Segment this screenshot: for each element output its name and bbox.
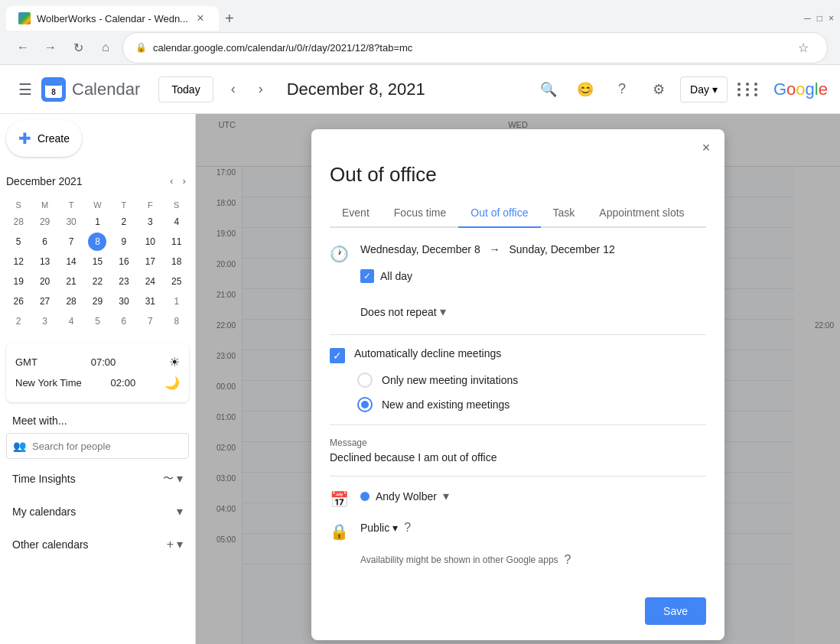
cal-day-24[interactable]: 24 [141,272,159,291]
next-button[interactable]: › [247,76,275,103]
cal-day-19[interactable]: 19 [9,272,28,291]
repeat-button[interactable]: Does not repeat ▾ [360,301,446,322]
cal-day-5b[interactable]: 5 [88,312,106,330]
bookmark-icon[interactable]: ☆ [792,37,815,58]
cal-day-3[interactable]: 3 [141,213,159,231]
minimize-button[interactable]: ─ [804,13,811,24]
search-button[interactable]: 🔍 [533,74,564,105]
tab-event[interactable]: Event [330,199,382,228]
decline-check-icon: ✓ [333,350,342,362]
day-header-f: F [138,199,162,211]
privacy-button[interactable]: Public ▾ [360,522,398,534]
cal-day-10[interactable]: 10 [141,233,159,251]
time-insights-expand[interactable]: ▾ [177,471,183,486]
cal-day-2[interactable]: 2 [115,213,133,231]
cal-day-27[interactable]: 27 [36,292,54,311]
all-day-label: All day [380,270,412,282]
view-selector[interactable]: Day ▾ [680,76,728,102]
divider-2 [330,424,706,425]
cal-day-28a[interactable]: 28 [9,213,28,231]
privacy-help-icon[interactable]: ? [404,521,411,535]
cal-day-1b[interactable]: 1 [168,292,186,311]
auto-decline-checkbox[interactable]: ✓ [330,348,345,363]
availability-help-icon[interactable]: ? [565,553,571,567]
today-button[interactable]: Today [158,76,213,102]
emoji-button[interactable]: 😊 [570,74,601,105]
date-end[interactable]: Sunday, December 12 [509,243,614,255]
cal-day-17[interactable]: 17 [141,252,159,271]
cal-day-29a[interactable]: 29 [36,213,54,231]
cal-day-9[interactable]: 9 [115,233,133,251]
search-people[interactable]: 👥 Search for people [6,433,189,459]
cal-day-20[interactable]: 20 [36,272,54,291]
all-day-checkbox[interactable]: ✓ [360,269,374,283]
forward-button[interactable]: → [40,37,61,58]
cal-day-31[interactable]: 31 [141,292,159,311]
radio-inner [361,401,369,408]
save-button[interactable]: Save [645,597,706,625]
new-tab-button[interactable]: + [219,7,240,31]
url-bar[interactable]: 🔒 calendar.google.com/calendar/u/0/r/day… [122,32,828,63]
tab-task[interactable]: Task [541,199,588,228]
cal-day-14[interactable]: 14 [62,252,80,271]
close-button[interactable]: × [829,13,834,24]
cal-day-7b[interactable]: 7 [141,312,159,330]
apps-button[interactable] [734,74,764,105]
radio-new-existing[interactable] [357,397,373,412]
date-start[interactable]: Wednesday, December 8 [360,243,480,255]
mini-cal-next[interactable]: › [180,172,189,190]
mini-cal-prev[interactable]: ‹ [167,172,176,190]
cal-day-28b[interactable]: 28 [62,292,80,311]
back-button[interactable]: ← [12,37,34,58]
cal-day-4b[interactable]: 4 [62,312,80,330]
cal-day-6b[interactable]: 6 [115,312,133,330]
other-calendars-header[interactable]: Other calendars + ▾ [6,531,189,558]
cal-day-12[interactable]: 12 [9,252,28,271]
cal-day-22[interactable]: 22 [88,272,106,291]
active-tab: WolberWorks - Calendar - Wedn... × [6,6,219,31]
cal-day-30a[interactable]: 30 [62,213,80,231]
tab-focus-time[interactable]: Focus time [382,199,458,228]
cal-day-7[interactable]: 7 [62,233,80,251]
cal-day-13[interactable]: 13 [36,252,54,271]
menu-icon[interactable]: ☰ [12,74,38,105]
tab-close-button[interactable]: × [194,12,207,24]
cal-day-11[interactable]: 11 [168,233,186,251]
cal-day-26[interactable]: 26 [9,292,28,311]
maximize-button[interactable]: □ [817,13,822,24]
time-insights-section: Time Insights 〜 ▾ [6,465,189,492]
help-button[interactable]: ? [607,74,637,105]
cal-day-29b[interactable]: 29 [88,292,106,311]
calendar-dropdown-arrow[interactable]: ▾ [443,489,449,503]
add-calendar-button[interactable]: + [167,538,174,551]
reload-button[interactable]: ↻ [67,37,89,58]
cal-day-4[interactable]: 4 [168,213,186,231]
message-text[interactable]: Declined because I am out of office [330,451,706,463]
cal-day-2b[interactable]: 2 [9,312,28,330]
cal-day-18[interactable]: 18 [168,252,186,271]
cal-day-25[interactable]: 25 [168,272,186,291]
my-calendars-expand[interactable]: ▾ [177,504,183,519]
cal-day-1[interactable]: 1 [88,213,106,231]
cal-day-6[interactable]: 6 [36,233,54,251]
cal-day-8b[interactable]: 8 [168,312,186,330]
cal-day-8[interactable]: 8 [88,233,106,251]
cal-day-16[interactable]: 16 [115,252,133,271]
cal-day-3b[interactable]: 3 [36,312,54,330]
cal-day-30b[interactable]: 30 [115,292,133,311]
radio-new-only[interactable] [357,372,373,388]
cal-day-5[interactable]: 5 [9,233,28,251]
other-calendars-expand[interactable]: ▾ [177,537,183,551]
create-button[interactable]: ✚ Create [6,120,82,157]
prev-button[interactable]: ‹ [220,76,247,103]
modal-close-button[interactable]: × [694,135,718,160]
cal-day-23[interactable]: 23 [115,272,133,291]
my-calendars-header[interactable]: My calendars ▾ [6,498,189,525]
settings-button[interactable]: ⚙ [643,74,674,105]
tab-out-of-office[interactable]: Out of office [458,199,540,228]
cal-day-15[interactable]: 15 [88,252,106,271]
home-button[interactable]: ⌂ [95,37,116,58]
time-insights-header[interactable]: Time Insights 〜 ▾ [6,465,189,492]
cal-day-21[interactable]: 21 [62,272,80,291]
tab-appointment-slots[interactable]: Appointment slots [587,199,696,228]
